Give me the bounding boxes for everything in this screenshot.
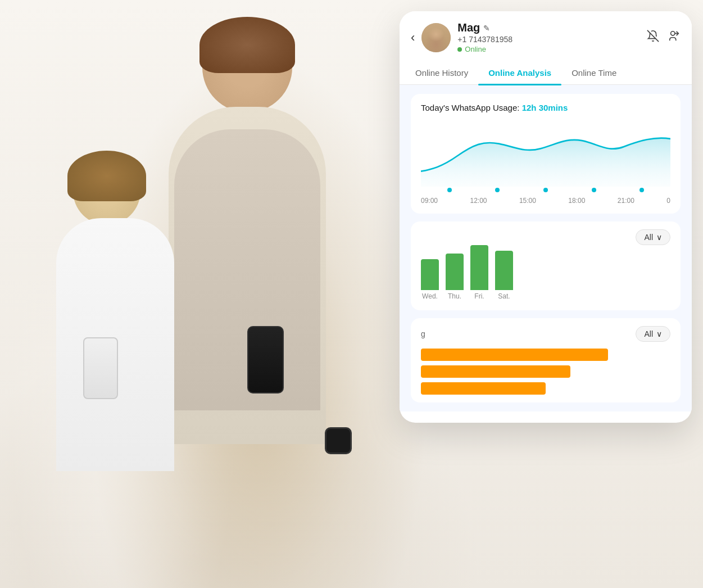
bar-chart-container: Wed. Thu. Fri. Sat. bbox=[421, 252, 670, 302]
dropdown-label: All bbox=[644, 233, 653, 242]
svg-line-0 bbox=[647, 30, 659, 41]
bar-thu bbox=[446, 254, 464, 290]
h-bar-3 bbox=[421, 382, 546, 395]
edit-icon[interactable]: ✎ bbox=[483, 24, 490, 33]
orange-chevron-icon: ∨ bbox=[656, 329, 662, 338]
online-text: Online bbox=[465, 45, 486, 53]
orange-section-label: g bbox=[421, 329, 425, 338]
chevron-down-icon: ∨ bbox=[656, 233, 662, 242]
bar-group-wed: Wed. bbox=[421, 259, 439, 300]
chart-dot-5 bbox=[639, 188, 644, 192]
phone-header: ‹ Mag ✎ +1 7143781958 Online bbox=[400, 11, 692, 61]
header-icons bbox=[647, 30, 681, 46]
horizontal-bars bbox=[421, 349, 670, 395]
time-label-3: 15:00 bbox=[519, 197, 536, 205]
online-indicator bbox=[457, 47, 462, 52]
tab-online-history[interactable]: Online History bbox=[405, 61, 478, 84]
orange-bars-section: g All ∨ bbox=[411, 318, 681, 402]
chart-dot-3 bbox=[543, 188, 548, 192]
contact-name-row: Mag ✎ bbox=[457, 21, 640, 34]
mute-bell-icon[interactable] bbox=[647, 30, 659, 46]
chart-dot-1 bbox=[447, 188, 452, 192]
back-button[interactable]: ‹ bbox=[411, 30, 415, 45]
bar-group-sat: Sat. bbox=[495, 251, 513, 300]
contact-info: Mag ✎ +1 7143781958 Online bbox=[457, 21, 640, 53]
time-label-6: 0 bbox=[666, 197, 670, 205]
time-label-4: 18:00 bbox=[568, 197, 585, 205]
line-chart bbox=[421, 119, 670, 187]
h-bar-1 bbox=[421, 349, 608, 361]
tab-online-analysis[interactable]: Online Analysis bbox=[478, 61, 561, 84]
bar-group-thu: Thu. bbox=[446, 254, 464, 300]
tabs-row: Online History Online Analysis Online Ti… bbox=[400, 61, 692, 85]
contact-phone: +1 7143781958 bbox=[457, 35, 640, 44]
online-status-row: Online bbox=[457, 45, 640, 53]
bar-wed bbox=[421, 259, 439, 290]
usage-title: Today's WhatsApp Usage: 12h 30mins bbox=[421, 103, 670, 112]
orange-dropdown-label: All bbox=[644, 329, 653, 338]
orange-section-header: g All ∨ bbox=[421, 326, 670, 342]
bar-label-wed: Wed. bbox=[422, 292, 438, 300]
chart-dot-2 bbox=[495, 188, 500, 192]
time-axis: 09:00 12:00 15:00 18:00 21:00 0 bbox=[421, 195, 670, 209]
usage-card: Today's WhatsApp Usage: 12h 30mins bbox=[411, 94, 681, 214]
bar-label-fri: Fri. bbox=[474, 292, 484, 300]
bar-sat bbox=[495, 251, 513, 290]
tab-online-time[interactable]: Online Time bbox=[561, 61, 627, 84]
chart-dot-4 bbox=[592, 188, 596, 192]
time-label-2: 12:00 bbox=[470, 197, 487, 205]
usage-value: 12h 30mins bbox=[522, 103, 568, 112]
bar-fri bbox=[470, 245, 488, 290]
bar-label-sat: Sat. bbox=[498, 292, 510, 300]
bar-chart-header: All ∨ bbox=[421, 229, 670, 245]
bar-label-thu: Thu. bbox=[448, 292, 461, 300]
avatar bbox=[421, 23, 451, 52]
bar-chart-section: All ∨ Wed. Thu. Fri. bbox=[411, 221, 681, 310]
contact-name: Mag bbox=[457, 21, 480, 34]
bar-chart-dropdown[interactable]: All ∨ bbox=[636, 229, 670, 245]
orange-section-dropdown[interactable]: All ∨ bbox=[636, 326, 670, 342]
bar-group-fri: Fri. bbox=[470, 245, 488, 300]
content-area: Today's WhatsApp Usage: 12h 30mins bbox=[400, 85, 692, 411]
person-transfer-icon[interactable] bbox=[668, 30, 681, 46]
time-label-5: 21:00 bbox=[618, 197, 634, 205]
svg-point-1 bbox=[671, 31, 675, 35]
time-label-1: 09:00 bbox=[421, 197, 438, 205]
phone-card: ‹ Mag ✎ +1 7143781958 Online bbox=[400, 11, 692, 423]
h-bar-2 bbox=[421, 365, 570, 378]
